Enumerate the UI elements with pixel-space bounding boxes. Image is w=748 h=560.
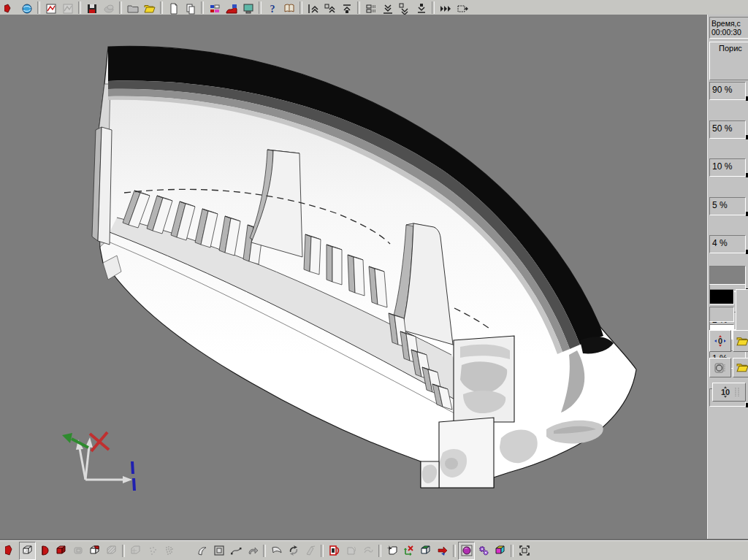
folder-open-icon [736,336,748,347]
toolbar-separator [453,545,456,557]
shell-icon[interactable] [194,542,210,559]
toolbar-separator [357,1,360,14]
material-icon[interactable] [458,542,475,560]
legend-swatch-gray [709,307,734,322]
toolbar-separator [321,545,324,557]
toolbar-separator [378,545,381,557]
chart-colors-icon[interactable] [206,0,223,15]
scale-item[interactable]: 50 % [709,120,746,139]
record-icon[interactable] [454,0,470,15]
toolbar-separator [511,545,514,557]
chart-icon[interactable] [42,0,59,15]
save-icon[interactable] [83,0,100,15]
export-icon [100,0,117,15]
flow-icon [359,542,376,559]
globe-icon[interactable] [18,0,35,15]
folder-open-icon[interactable] [141,0,158,15]
application-window: { "app": {"viewport_background": "#7d7d7… [0,0,748,560]
open-file-button-1[interactable] [733,330,748,352]
orbit-icon[interactable] [285,542,302,559]
corner-cut-icon[interactable] [86,542,103,559]
3d-viewport[interactable] [0,15,707,540]
solid-view-icon[interactable] [53,542,69,559]
chart-red-icon[interactable] [223,0,240,15]
chart-gray-icon [59,0,76,15]
porosity-section-header: Порис [709,42,748,80]
nodes-dense-icon [161,542,178,559]
new-doc-icon[interactable] [165,0,182,15]
scale-label: 90 % [712,85,732,95]
time-label: Время,с [711,19,748,28]
curl-arrow-icon[interactable] [244,542,261,559]
swap-icon[interactable] [434,542,451,559]
shell2-icon[interactable] [268,542,285,559]
mesh-box-icon [127,542,144,559]
porosity-title: Порис [719,44,742,53]
axis-triad [62,432,134,491]
folder-open-icon [736,362,748,373]
fit-view-icon[interactable] [516,542,533,559]
manual-icon[interactable] [280,0,297,15]
counter-reset-button[interactable] [709,358,731,377]
overflow-color-swatch [709,266,746,285]
red-partial-icon[interactable] [1,0,18,15]
open-file-button-2[interactable] [733,358,748,377]
toolbar-separator [432,1,435,14]
scale-item[interactable]: 5 % [709,197,746,215]
folder-closed-icon[interactable] [124,0,141,15]
scale-label: 50 % [712,123,732,134]
scale-item[interactable]: 4 % [709,235,746,253]
help-icon[interactable]: ? [264,0,280,15]
scan-seek-icon[interactable] [396,0,413,15]
monitor-icon[interactable] [240,0,256,15]
toolbar-separator [37,1,40,14]
toolbar-separator [201,1,204,14]
scale-item[interactable]: 90 % [709,82,746,100]
filled-mold-icon[interactable] [417,542,434,559]
nested-box-icon[interactable] [210,542,227,559]
step-down-icon[interactable] [413,0,430,15]
scale-label: 4 % [712,238,728,248]
time-display: Время,с 00:00:30 [709,17,748,39]
toolbar-separator [259,1,262,14]
cube-new-icon[interactable] [383,542,400,559]
trim-icon [302,542,318,559]
results-panel: Время,с 00:00:30 Порис 90 % 50 % 10 % 5 … [707,15,748,540]
step-up-icon[interactable] [338,0,355,15]
gate-icon[interactable] [326,542,343,559]
casting-model-view [0,15,707,540]
top-toolbar: ? [0,0,748,15]
scan-prev-icon[interactable] [321,0,338,15]
scan-first-icon[interactable] [305,0,321,15]
step-value-glyph: 10 [721,388,730,396]
time-value: 00:00:30 [711,28,748,37]
half-section-icon[interactable] [36,542,53,559]
scale-item[interactable]: 10 % [709,158,746,177]
bottom-toolbar [0,540,748,560]
toolbar-separator [122,545,125,557]
legend-swatch-black [709,289,734,304]
copy-doc-icon[interactable] [182,0,199,15]
scale-label: 10 % [712,161,732,172]
section-plane-icon [69,542,86,559]
frames-icon[interactable] [362,0,379,15]
toolbar-separator [299,1,302,14]
spline-icon[interactable] [227,542,244,559]
scale-label: 5 % [712,200,728,210]
delete-result-icon[interactable] [400,542,417,559]
color-cube-icon[interactable] [492,542,508,559]
toolbar-separator [263,545,266,557]
hatched-section-icon [103,542,120,559]
settings-gears-icon[interactable] [475,542,492,559]
solid-body-icon[interactable] [2,542,19,559]
nodes-sparse-icon [144,542,161,559]
frame-counter-button[interactable]: 0 [709,330,731,352]
wireframe-view-icon[interactable] [19,542,36,560]
casting-model [92,46,636,488]
scan-next-icon[interactable] [379,0,396,15]
play-icon[interactable] [437,0,454,15]
counter-value-glyph: 0 [718,337,722,345]
step-size-button[interactable]: 10 [712,383,746,402]
toolbar-separator [78,1,81,14]
pour-icon [343,542,359,559]
